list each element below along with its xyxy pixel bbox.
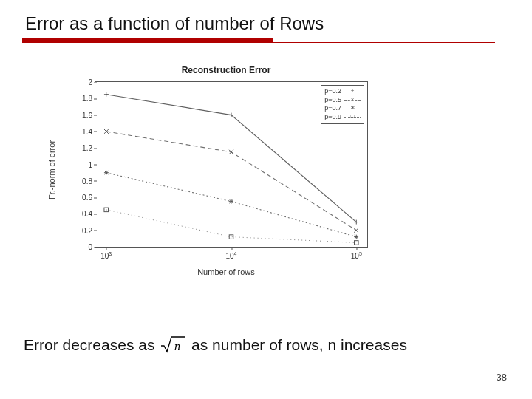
legend-entry: p=0.5 × [324, 96, 361, 105]
xtick: 104 [225, 251, 236, 260]
plus-icon: + [351, 87, 355, 95]
legend-entry: p=0.7 ∗ [324, 104, 361, 113]
sqrt-icon: n [160, 335, 185, 358]
chart-xlabel: Number of rows [64, 267, 389, 276]
legend-label: p=0.2 [324, 87, 341, 96]
sqrt-arg: n [174, 340, 180, 352]
ytick: 1.8 [70, 95, 92, 103]
legend-label: p=0.9 [324, 113, 341, 122]
caption-text-before: Error decreases as [24, 336, 159, 353]
ytick: 0.8 [70, 177, 92, 185]
legend-mark: + [344, 89, 361, 95]
slide: Error as a function of number of Rows Re… [0, 0, 532, 399]
legend-entry: p=0.9 □ [324, 113, 361, 122]
ytick: 1.2 [70, 144, 92, 152]
legend-mark: □ [344, 115, 361, 120]
chart-plot-area: 0 0.2 0.4 0.6 0.8 1 1.2 1.4 1.6 1.8 2 10… [95, 81, 368, 248]
ytick: 1 [70, 160, 92, 168]
title-rule-thin [22, 42, 495, 43]
svg-rect-2 [354, 241, 358, 245]
ytick: 1.6 [70, 111, 92, 119]
slide-title: Error as a function of number of Rows [21, 13, 511, 34]
chart-ylabel: Fr.-norm of error [47, 140, 56, 200]
xtick: 103 [100, 251, 112, 260]
x-icon: × [351, 96, 355, 103]
ytick: 0 [70, 243, 92, 251]
legend-label: p=0.5 [324, 96, 341, 105]
ytick: 1.4 [70, 127, 92, 135]
chart-title: Reconstruction Error [64, 65, 389, 75]
ytick: 0.6 [70, 194, 92, 202]
legend-mark: × [344, 98, 361, 103]
caption-text-after: as number of rows, n increases [191, 336, 407, 353]
square-icon: □ [351, 113, 355, 120]
ytick: 0.2 [70, 226, 92, 234]
ytick: 0.4 [70, 210, 92, 218]
legend-mark: ∗ [344, 106, 361, 112]
legend-label: p=0.7 [324, 104, 341, 113]
chart-legend: p=0.2 + p=0.5 × p=0.7 ∗ p=0.9 □ [321, 85, 364, 124]
page-number: 38 [497, 372, 507, 383]
star-icon: ∗ [350, 105, 355, 112]
xtick: 105 [351, 251, 362, 260]
legend-entry: p=0.2 + [324, 87, 361, 96]
chart: Reconstruction Error Fr.-norm of error N… [64, 66, 389, 273]
footer-rule [21, 369, 511, 369]
caption: Error decreases as n as number of rows, … [24, 335, 502, 358]
svg-rect-1 [229, 235, 233, 239]
ytick: 2 [70, 78, 92, 86]
